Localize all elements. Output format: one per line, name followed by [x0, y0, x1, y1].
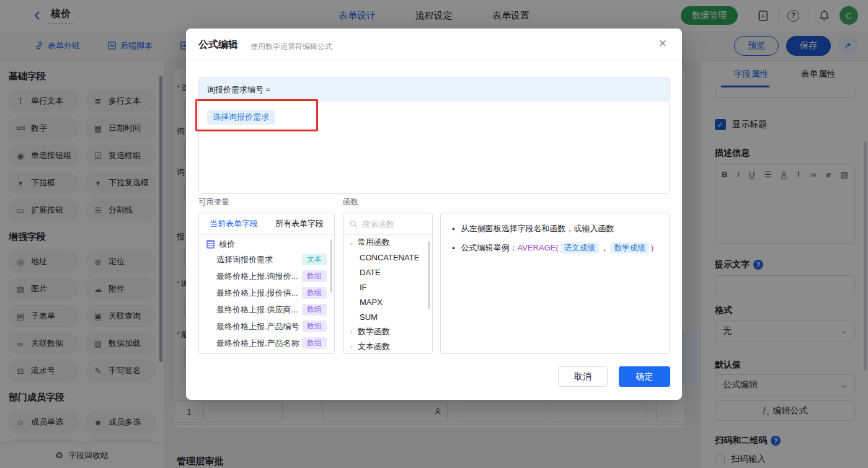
form-document-icon — [206, 240, 215, 249]
chevron-down-icon: ⌄ — [348, 239, 355, 246]
function-group-common[interactable]: ⌄ 常用函数 — [343, 235, 432, 250]
variable-item[interactable]: 最终价格上报.产品名称数组 — [199, 335, 334, 351]
formula-target: 询报价需求编号 = — [199, 78, 669, 102]
variable-item[interactable]: 选择询报价需求文本 — [199, 251, 334, 268]
chevron-right-icon: › — [348, 329, 355, 335]
form-designer-app: 核价 表单设计 流程设定 表单设置 数据管理 A ? C 表单外链 — [0, 0, 868, 468]
bullet: • — [452, 244, 455, 253]
confirm-button[interactable]: 确定 — [619, 366, 670, 387]
variables-scrollbar[interactable] — [330, 239, 332, 293]
type-badge: 数组 — [302, 304, 327, 316]
search-icon — [350, 220, 358, 228]
tip-line: • 从左侧面板选择字段名和函数，或输入函数 — [452, 223, 658, 234]
type-badge: 数组 — [302, 320, 327, 332]
modal-title: 公式编辑 — [198, 38, 238, 51]
modal-subtitle: 使用数学运算符编辑公式 — [250, 42, 332, 52]
example-close-paren: ) — [651, 243, 653, 252]
field-chip[interactable]: 选择询报价需求 — [207, 110, 275, 125]
variables-label: 可用变量 — [198, 197, 229, 208]
tab-current-form-fields[interactable]: 当前表单字段 — [210, 218, 258, 229]
function-item[interactable]: DATE — [343, 265, 432, 280]
variable-item[interactable]: 最终价格上报.供应商...数组 — [199, 301, 334, 318]
tips-panel: • 从左侧面板选择字段名和函数，或输入函数 • 公式编辑举例：AVERAGE(语… — [440, 213, 670, 354]
variable-item[interactable]: 最终价格上报.产品编号数组 — [199, 318, 334, 335]
function-group-math[interactable]: › 数学函数 — [343, 324, 432, 339]
example-function: AVERAGE( — [518, 243, 559, 252]
type-badge: 数组 — [302, 270, 327, 282]
formula-editor-modal: 公式编辑 使用数学运算符编辑公式 ✕ 询报价需求编号 = 选择询报价需求 可用变… — [186, 29, 682, 400]
formula-editor[interactable]: 选择询报价需求 — [199, 102, 669, 194]
type-badge: 文本 — [302, 254, 327, 265]
example-field-chip: 数学成绩 — [611, 242, 649, 254]
type-badge: 数组 — [302, 337, 327, 349]
functions-panel: ⌄ 常用函数 CONCATENATE DATE IF MAPX SUM › 数学… — [343, 213, 433, 354]
functions-label: 函数 — [343, 197, 358, 208]
function-item[interactable]: SUM — [343, 309, 432, 324]
variable-item[interactable]: 最终价格上报.询报价...数组 — [199, 268, 334, 285]
function-item[interactable]: IF — [343, 280, 432, 294]
tip-example-line: • 公式编辑举例：AVERAGE(语文成绩，数学成绩) — [452, 242, 658, 254]
function-item[interactable]: CONCATENATE — [343, 250, 432, 265]
divider — [186, 60, 682, 60]
function-group-text[interactable]: › 文本函数 — [343, 339, 432, 354]
bullet: • — [452, 224, 455, 234]
form-node[interactable]: 核价 — [199, 235, 334, 251]
chevron-right-icon: › — [348, 343, 355, 350]
functions-scrollbar[interactable] — [428, 241, 430, 309]
cancel-button[interactable]: 取消 — [558, 366, 608, 387]
close-icon[interactable]: ✕ — [658, 37, 667, 50]
tab-all-form-fields[interactable]: 所有表单字段 — [275, 218, 324, 229]
function-search-input[interactable] — [362, 219, 421, 229]
type-badge: 数组 — [302, 287, 327, 299]
formula-box: 询报价需求编号 = 选择询报价需求 — [198, 77, 670, 194]
function-item[interactable]: MAPX — [343, 294, 432, 309]
variables-panel: 当前表单字段 所有表单字段 核价 选择询报价需求文本 最终价格上报.询报价...… — [198, 213, 335, 354]
variable-item[interactable]: 最终价格上报.报价供...数组 — [199, 285, 334, 301]
function-search[interactable] — [343, 213, 432, 235]
example-field-chip: 语文成绩 — [560, 242, 599, 254]
